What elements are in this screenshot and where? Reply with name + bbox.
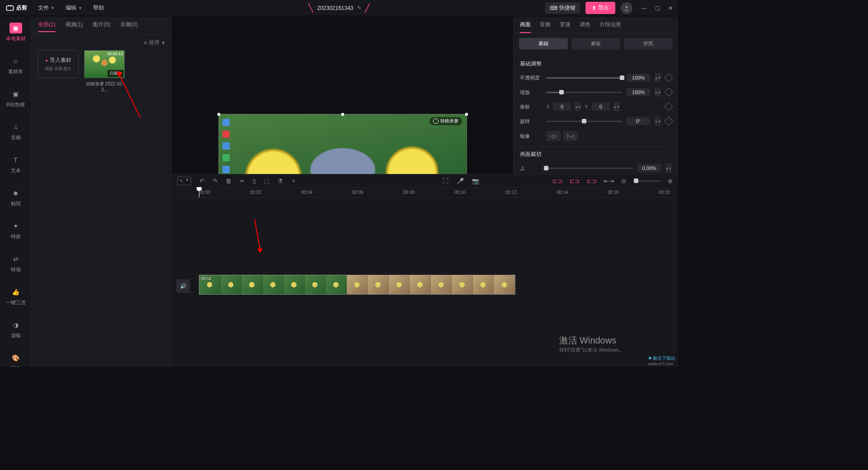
rotation-spinner[interactable]: ▲▼	[655, 117, 661, 126]
nav-audio[interactable]: ♫音频	[2, 119, 29, 144]
record-video-button[interactable]: 📷	[472, 178, 479, 184]
tab-color[interactable]: 调色	[580, 21, 590, 33]
minimize-button[interactable]: —	[642, 5, 647, 11]
magic-button[interactable]: ✧	[291, 178, 296, 184]
svg-rect-0	[7, 6, 14, 10]
nav-color[interactable]: 🎨调色	[2, 350, 29, 367]
nav-effects[interactable]: ✦特效	[2, 218, 29, 243]
link-button[interactable]: ⊏⊐	[570, 178, 580, 184]
decoration-left-icon: ╲	[308, 3, 313, 13]
window-controls: — ▢ ✕	[642, 5, 673, 11]
rotation-slider[interactable]	[546, 121, 622, 122]
zoom-out-button[interactable]: ⊖	[621, 178, 626, 184]
position-y-input[interactable]: 0	[592, 103, 610, 111]
media-tab-video[interactable]: 视频(1)	[66, 21, 83, 32]
scale-spinner[interactable]: ▲▼	[655, 88, 661, 97]
crop-top-value[interactable]: 0.00%	[637, 164, 661, 172]
media-grid: ●导入素材 视频 音频 图片 00:00:12 已添加 轻映录屏 2022-10…	[32, 50, 172, 92]
svg-point-1	[626, 6, 628, 8]
nav-sticker[interactable]: ☻贴纸	[2, 185, 29, 210]
nav-bilibili-trends[interactable]: ▣B站热梗	[2, 86, 29, 111]
left-nav: ▣本地素材 ☺素材库 ▣B站热梗 ♫音频 T文本 ☻贴纸 ✦特效 ⇄转场 👍一键…	[0, 16, 32, 367]
maximize-button[interactable]: ▢	[655, 5, 660, 11]
media-tab-image[interactable]: 图片(0)	[93, 21, 110, 32]
crop-tool[interactable]: ▯	[253, 178, 256, 184]
track-mute-button[interactable]: 🔊	[176, 279, 190, 293]
snap-button[interactable]: ⊏⊐	[552, 178, 562, 184]
mirror-horizontal-button[interactable]: ◁▷	[546, 131, 561, 141]
export-button[interactable]: ⬆导出	[585, 2, 615, 14]
cursor-tool[interactable]: ↖ ▼	[177, 177, 191, 185]
nav-transition[interactable]: ⇄转场	[2, 251, 29, 276]
nav-local-media[interactable]: ▣本地素材	[2, 20, 29, 45]
nav-text[interactable]: T文本	[2, 152, 29, 177]
scale-slider[interactable]	[546, 92, 622, 93]
undo-button[interactable]: ↶	[199, 178, 204, 184]
subtab-mask[interactable]: 蒙版	[571, 38, 620, 49]
nav-library[interactable]: ☺素材库	[2, 53, 29, 78]
zoom-slider[interactable]	[633, 180, 660, 182]
rotation-value[interactable]: 0°	[627, 117, 650, 125]
plus-icon: ●	[45, 58, 48, 63]
scale-keyframe[interactable]	[664, 88, 673, 97]
sort-control[interactable]: ≡ 排序 ▼	[32, 35, 172, 50]
position-x-spinner[interactable]: ▲▼	[575, 102, 581, 111]
media-tab-audio[interactable]: 音频(0)	[120, 21, 138, 32]
mirror-vertical-button[interactable]: ▷◁	[563, 131, 578, 141]
chevron-down-icon: ▼	[161, 41, 165, 45]
hotkey-button[interactable]: ⌨快捷键	[545, 2, 580, 14]
zoom-in-button[interactable]: ⊕	[668, 178, 673, 184]
menu-help[interactable]: 帮助	[93, 4, 104, 12]
menu-edit[interactable]: 编辑▼	[66, 4, 82, 12]
capture-button[interactable]: ⛶	[443, 178, 448, 184]
split-button[interactable]: ✂	[240, 178, 245, 184]
scale-value[interactable]: 100%	[627, 88, 650, 96]
clip-name: 轻映录屏 2022-10-2...	[84, 81, 125, 92]
magnet-button[interactable]: ⊏⊐	[587, 178, 597, 184]
keyboard-icon: ⌨	[550, 5, 557, 11]
delete-button[interactable]: 🗑	[226, 178, 231, 184]
user-avatar[interactable]	[621, 2, 632, 14]
redo-button[interactable]: ↷	[212, 178, 217, 184]
sort-icon: ≡	[144, 40, 147, 46]
crop-top-spinner[interactable]: ▲▼	[665, 164, 672, 173]
site-watermark: ▶极光下载站 www.xz7.com	[648, 355, 675, 366]
timeline-ruler[interactable]: 00:00 00:02 00:04 00:06 00:08 00:10 00:1…	[172, 188, 678, 198]
nav-filter[interactable]: ◑滤镜	[2, 317, 29, 342]
timeline-clip[interactable]: 00:12	[199, 275, 515, 295]
chevron-down-icon: ▼	[51, 6, 55, 10]
crop-top-row: 上 0.00% ▲▼	[520, 164, 672, 173]
crop-top-slider[interactable]	[546, 168, 633, 169]
tab-speed[interactable]: 变速	[560, 21, 571, 33]
main-menu: 文件▼ 编辑▼ 帮助	[38, 4, 104, 12]
rotation-keyframe[interactable]	[664, 117, 673, 126]
opacity-value[interactable]: 100%	[627, 74, 650, 82]
clip-thumbnail: 00:00:12 已添加	[84, 50, 125, 78]
record-audio-button[interactable]: 🎤	[457, 178, 464, 184]
edit-title-icon[interactable]: ✎	[357, 5, 361, 11]
section-crop-title: 画面裁切	[520, 150, 672, 158]
nav-triple[interactable]: 👍一键三连	[2, 284, 29, 309]
subtab-basic[interactable]: 基础	[519, 38, 568, 49]
subtab-cutout[interactable]: 抠图	[624, 38, 673, 49]
zoom-fit-button[interactable]: ⇤⇥	[604, 178, 614, 184]
media-tab-all[interactable]: 全部(1)	[38, 21, 56, 32]
close-button[interactable]: ✕	[668, 5, 673, 11]
tab-picture[interactable]: 画面	[520, 21, 531, 33]
tab-clip-info[interactable]: 片段信息	[599, 21, 621, 33]
user-icon	[623, 5, 630, 11]
opacity-slider[interactable]	[546, 77, 622, 79]
freeze-frame-button[interactable]: ⬚	[264, 178, 269, 184]
timeline-tracks[interactable]: 🔊 00:12	[172, 198, 678, 367]
opacity-keyframe[interactable]	[664, 73, 673, 82]
media-clip[interactable]: 00:00:12 已添加 轻映录屏 2022-10-2...	[84, 50, 125, 92]
import-media-button[interactable]: ●导入素材 视频 音频 图片	[38, 50, 79, 78]
tab-audio[interactable]: 音频	[540, 21, 551, 33]
media-panel: 全部(1) 视频(1) 图片(0) 音频(0) ≡ 排序 ▼ ●导入素材 视频 …	[32, 16, 172, 367]
adjust-button[interactable]: ⚗	[278, 178, 283, 184]
opacity-spinner[interactable]: ▲▼	[655, 73, 661, 82]
position-x-input[interactable]: 0	[553, 103, 571, 111]
menu-file[interactable]: 文件▼	[38, 4, 55, 12]
position-y-spinner[interactable]: ▲▼	[613, 102, 620, 111]
position-keyframe[interactable]	[664, 102, 673, 111]
